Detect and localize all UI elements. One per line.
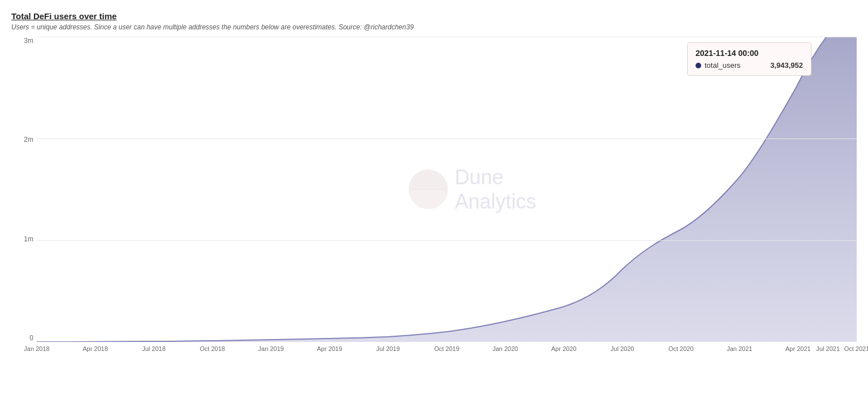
tooltip-row: total_users 3,943,952: [696, 61, 803, 70]
grid-lines: [37, 37, 857, 342]
y-label-0: 0: [29, 334, 33, 342]
x-label-jul2018: Jul 2018: [142, 345, 166, 352]
y-label-3m: 3m: [24, 37, 33, 45]
x-label-jan2018: Jan 2018: [24, 345, 49, 352]
y-label-2m: 2m: [24, 136, 33, 144]
tooltip-label: total_users: [705, 61, 741, 70]
y-label-1m: 1m: [24, 235, 33, 243]
x-label-jan2019: Jan 2019: [258, 345, 284, 352]
x-label-apr2018: Apr 2018: [83, 345, 108, 352]
grid-line-1m: [37, 240, 857, 241]
x-label-jul2021: Jul 2021: [816, 345, 840, 352]
tooltip-box: 2021-11-14 00:00 total_users 3,943,952: [687, 42, 811, 76]
grid-line-top: [37, 37, 857, 37]
chart-subtitle: Users = unique addresses. Since a user c…: [11, 23, 857, 31]
grid-line-2m: [37, 138, 857, 139]
x-axis: Jan 2018 Apr 2018 Jul 2018 Oct 2018 Jan …: [37, 342, 857, 365]
x-label-oct2018: Oct 2018: [200, 345, 225, 352]
plot-area: Dune Analytics 2021-11-14 0: [37, 37, 857, 342]
tooltip-date: 2021-11-14 00:00: [696, 49, 803, 58]
chart-title: Total DeFi users over time: [11, 11, 857, 21]
x-label-apr2020: Apr 2020: [551, 345, 577, 352]
tooltip-label-wrap: total_users: [696, 61, 741, 70]
x-label-jan2020: Jan 2020: [493, 345, 518, 352]
x-label-oct2019: Oct 2019: [434, 345, 460, 352]
y-axis: 3m 2m 1m 0: [11, 37, 37, 342]
x-label-oct2020: Oct 2020: [668, 345, 694, 352]
tooltip-dot: [696, 63, 701, 68]
x-label-jan2021: Jan 2021: [727, 345, 752, 352]
chart-area: 3m 2m 1m 0: [11, 37, 857, 365]
x-label-apr2019: Apr 2019: [317, 345, 342, 352]
x-label-oct2021: Oct 2021: [844, 345, 868, 352]
tooltip-value: 3,943,952: [770, 61, 803, 70]
x-label-jul2019: Jul 2019: [377, 345, 400, 352]
x-label-apr2021: Apr 2021: [785, 345, 811, 352]
chart-container: Total DeFi users over time Users = uniqu…: [0, 0, 868, 399]
x-label-jul2020: Jul 2020: [611, 345, 634, 352]
